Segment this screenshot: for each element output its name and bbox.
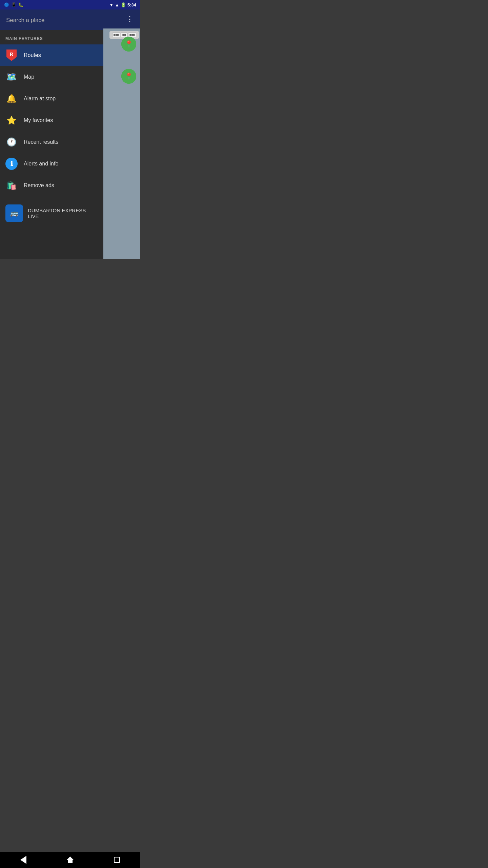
status-right: ▼ ▲ 🔋 5:34	[109, 2, 136, 7]
recent-results-label: Recent results	[24, 139, 58, 145]
sidebar-item-routes[interactable]: R Routes	[0, 44, 103, 66]
map-pin-2: 📍	[121, 69, 136, 84]
more-options-icon[interactable]: ⋮	[123, 12, 136, 26]
search-input[interactable]	[5, 15, 98, 26]
svg-text:📍: 📍	[125, 72, 133, 80]
android-icon: 🔵	[4, 2, 9, 7]
sidebar-item-map[interactable]: 🗺️ Map	[0, 66, 103, 88]
bag-icon: 🛍️	[5, 179, 18, 192]
routes-shield: R	[6, 50, 17, 61]
svg-text:📍: 📍	[125, 40, 133, 48]
sidebar-item-recent-results[interactable]: 🕐 Recent results	[0, 131, 103, 153]
info-icon: ℹ	[5, 158, 18, 170]
my-favorites-label: My favorites	[24, 117, 53, 123]
dumbarton-app-icon: 🚌	[5, 204, 23, 222]
wifi-icon: ▲	[115, 2, 119, 7]
time-display: 5:34	[127, 2, 136, 7]
app-container: MAIN FEATURES R Routes 🗺️ Map 🔔 Alarm at…	[0, 9, 140, 259]
main-content-area: ⋮ ■■■ ■■ ■■■ 📍 📍	[103, 9, 140, 259]
android-icon2: 📱	[11, 2, 16, 7]
key1: ■■■	[112, 33, 120, 37]
main-features-label: MAIN FEATURES	[0, 30, 103, 44]
sidebar-item-remove-ads[interactable]: 🛍️ Remove ads	[0, 175, 103, 196]
routes-label: Routes	[24, 52, 41, 58]
alarm-at-stop-label: Alarm at stop	[24, 96, 56, 102]
search-area	[0, 9, 103, 30]
map-label: Map	[24, 74, 34, 80]
side-drawer: MAIN FEATURES R Routes 🗺️ Map 🔔 Alarm at…	[0, 9, 103, 259]
routes-icon: R	[5, 49, 18, 61]
battery-icon: 🔋	[121, 2, 126, 7]
status-icons-left: 🔵 📱 🐛	[4, 2, 23, 7]
status-bar: 🔵 📱 🐛 ▼ ▲ 🔋 5:34	[0, 0, 140, 9]
map-icon: 🗺️	[5, 71, 18, 83]
app-promo-label: DUMBARTON EXPRESS LIVE	[28, 208, 98, 219]
bell-icon: 🔔	[5, 93, 18, 105]
alerts-and-info-label: Alerts and info	[24, 161, 58, 167]
signal-icon: ▼	[109, 2, 114, 7]
sidebar-item-alerts-and-info[interactable]: ℹ Alerts and info	[0, 153, 103, 175]
remove-ads-label: Remove ads	[24, 182, 54, 189]
sidebar-item-alarm-at-stop[interactable]: 🔔 Alarm at stop	[0, 88, 103, 110]
star-icon: ⭐	[5, 114, 18, 126]
app-promo-dumbarton[interactable]: 🚌 DUMBARTON EXPRESS LIVE	[0, 200, 103, 227]
map-pin-1: 📍	[121, 37, 136, 52]
bug-icon: 🐛	[18, 2, 23, 7]
svg-text:🚌: 🚌	[10, 209, 19, 217]
top-bar-right: ⋮	[103, 9, 140, 28]
sidebar-item-my-favorites[interactable]: ⭐ My favorites	[0, 110, 103, 131]
clock-icon: 🕐	[5, 136, 18, 148]
